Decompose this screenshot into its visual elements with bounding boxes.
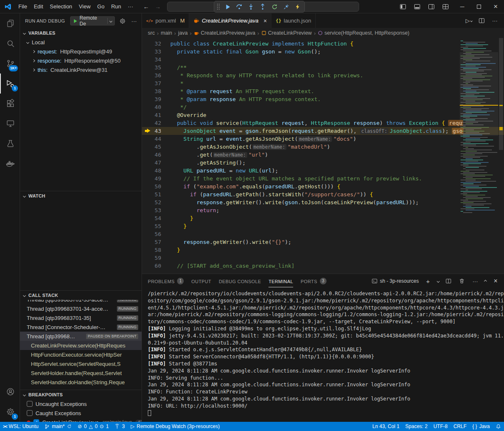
variables-section-header[interactable]: VARIABLES: [20, 28, 142, 38]
debug-restart-icon[interactable]: [270, 3, 279, 11]
panel-tab-terminal[interactable]: TERMINAL: [268, 274, 293, 288]
scrollbar-thumb[interactable]: [499, 38, 503, 150]
code-line[interactable]: 45 .getAsJsonObject(memberName:"matchedU…: [142, 143, 504, 151]
line-number[interactable]: 48: [142, 167, 161, 175]
minimap[interactable]: [460, 38, 498, 274]
problems-status[interactable]: ⊘ 0 △ 0 ⊙ 1: [75, 422, 111, 431]
breadcrumb-java[interactable]: java: [178, 30, 187, 36]
code-line[interactable]: 51 if (parsedURL.getPath().startsWith("/…: [142, 190, 504, 198]
line-number[interactable]: 57: [142, 238, 161, 246]
code-line[interactable]: 58 }: [142, 246, 504, 254]
line-number[interactable]: 34: [142, 56, 161, 63]
panel-tab-ports[interactable]: PORTS3: [301, 274, 327, 288]
line-number[interactable]: 50: [142, 183, 161, 190]
split-editor-icon[interactable]: [477, 17, 486, 25]
variable-row[interactable]: this:CreateLinkPreview@31: [20, 65, 142, 74]
debug-step-over-icon[interactable]: [235, 3, 243, 11]
breadcrumb-file[interactable]: CreateLinkPreview.java: [194, 30, 256, 36]
search-icon[interactable]: [0, 33, 20, 53]
breakpoints-section-header[interactable]: BREAKPOINTS: [20, 390, 142, 399]
panel-more-actions-icon[interactable]: ···: [471, 277, 479, 285]
tab-createlinkpreview-java[interactable]: CreateLinkPreview.java ×: [189, 13, 271, 28]
menu-run[interactable]: Run: [108, 3, 124, 10]
code-line[interactable]: 34: [142, 56, 504, 63]
editor-scrollbar[interactable]: [498, 38, 504, 274]
code-line[interactable]: 56: [142, 230, 504, 238]
source-control-icon[interactable]: 1K+: [0, 53, 20, 74]
code-line[interactable]: 41 @Override: [142, 111, 504, 119]
line-number[interactable]: 56: [142, 230, 161, 238]
debug-session-status[interactable]: ▷ Remote Debug Watch (3p-resources): [128, 422, 223, 431]
breadcrumb-class[interactable]: CreateLinkPreview: [261, 30, 312, 36]
call-stack-thread-row[interactable]: Thread [qtp399683701-33-acce…RUNNING: [20, 300, 142, 304]
window-close-button[interactable]: ×: [487, 0, 504, 13]
call-stack-thread-row[interactable]: Thread [Connector-Scheduler-…RUNNING: [20, 322, 142, 332]
toggle-sidebar-icon[interactable]: [399, 3, 407, 11]
testing-icon[interactable]: [0, 134, 20, 154]
line-number[interactable]: 35: [142, 63, 161, 71]
kill-terminal-icon[interactable]: [458, 277, 466, 285]
call-stack-thread-row[interactable]: Thread [qtp39968…PAUSED ON BREAKPOINT: [20, 332, 142, 341]
remote-explorer-icon[interactable]: [0, 114, 20, 134]
line-number[interactable]: 55: [142, 222, 161, 230]
line-number[interactable]: 49: [142, 175, 161, 183]
line-number[interactable]: 45: [142, 143, 161, 151]
git-branch-status[interactable]: main*: [41, 422, 75, 431]
code-line[interactable]: 46 .get(memberName:"url"): [142, 151, 504, 159]
code-line[interactable]: 40 */: [142, 103, 504, 111]
terminal-output[interactable]: /pierrick/.m2/repository/io/cloudevents/…: [142, 288, 504, 422]
code-line[interactable]: 39 * @param response An HTTP response co…: [142, 95, 504, 103]
explorer-icon[interactable]: [0, 13, 20, 33]
hot-code-replace-icon[interactable]: [294, 3, 302, 11]
code-line[interactable]: 60 // [START add_ons_case_preview_link]: [142, 262, 504, 270]
code-line[interactable]: 36 * Responds to any HTTP request relate…: [142, 71, 504, 79]
code-line[interactable]: 43 JsonObject event = gson.fromJson(requ…: [142, 127, 504, 135]
breadcrumb-src[interactable]: src: [148, 30, 155, 36]
code-line[interactable]: 38 * @param request An HTTP request cont…: [142, 87, 504, 95]
code-line[interactable]: 49 // If the event object URL matches a …: [142, 175, 504, 183]
split-terminal-icon[interactable]: [444, 277, 453, 285]
settings-gear-icon[interactable]: 1: [0, 402, 20, 422]
code-line[interactable]: 35 /**: [142, 63, 504, 71]
line-number[interactable]: 42: [142, 119, 161, 127]
menu-go[interactable]: Go: [94, 3, 108, 10]
menu-[interactable]: ···: [124, 3, 137, 10]
debug-step-into-icon[interactable]: [247, 3, 255, 11]
line-number[interactable]: 54: [142, 214, 161, 222]
breakpoint-checkbox[interactable]: [27, 401, 33, 407]
code-line[interactable]: 44 String url = event.getAsJsonObject(me…: [142, 135, 504, 143]
terminal-dropdown-icon[interactable]: [437, 279, 440, 282]
code-line[interactable]: 37 *: [142, 79, 504, 87]
toggle-panel-icon[interactable]: [413, 3, 421, 11]
panel-tab-output[interactable]: OUTPUT: [191, 274, 211, 288]
code-line[interactable]: 54 }: [142, 214, 504, 222]
maximize-panel-icon[interactable]: [484, 279, 487, 282]
customize-layout-icon[interactable]: [441, 3, 450, 11]
line-number[interactable]: 52: [142, 198, 161, 206]
breakpoint-row[interactable]: Uncaught Exceptions: [20, 399, 142, 408]
new-terminal-icon[interactable]: +: [424, 277, 432, 285]
breadcrumb-method[interactable]: service(HttpRequest, HttpResponse): [318, 30, 410, 36]
close-panel-icon[interactable]: ×: [491, 277, 500, 285]
docker-icon[interactable]: [0, 154, 20, 174]
call-stack-thread-row[interactable]: Thread [qtp399683701-34-acce…RUNNING: [20, 304, 142, 313]
nav-back-icon[interactable]: ←: [143, 3, 149, 10]
indentation-status[interactable]: Spaces: 2: [403, 422, 431, 431]
call-stack-frame-row[interactable]: ServletHandler.doHandle(String,Reque: [20, 378, 142, 387]
breakpoint-row[interactable]: Caught Exceptions: [20, 408, 142, 418]
menu-edit[interactable]: Edit: [30, 3, 46, 10]
line-number[interactable]: 60: [142, 262, 161, 270]
call-stack-frame-row[interactable]: HttpFunctionExecutor.service(HttpSer: [20, 350, 142, 359]
breakpoint-row[interactable]: ✓CreateLinkPreview.javasrc/main/java43: [20, 418, 142, 422]
terminal-selector[interactable]: sh - 3p-resources: [372, 278, 419, 284]
line-number[interactable]: 41: [142, 111, 161, 119]
line-number[interactable]: 40: [142, 103, 161, 111]
line-number[interactable]: 46: [142, 151, 161, 159]
menu-file[interactable]: File: [15, 3, 30, 10]
menu-view[interactable]: View: [76, 3, 94, 10]
nav-forward-icon[interactable]: →: [155, 3, 161, 10]
toggle-secondary-sidebar-icon[interactable]: [427, 3, 436, 11]
debug-disconnect-icon[interactable]: [282, 3, 290, 11]
line-number[interactable]: 33: [142, 48, 161, 56]
call-stack-thread-row[interactable]: Thread [qtp399683701-35]RUNNING: [20, 313, 142, 322]
